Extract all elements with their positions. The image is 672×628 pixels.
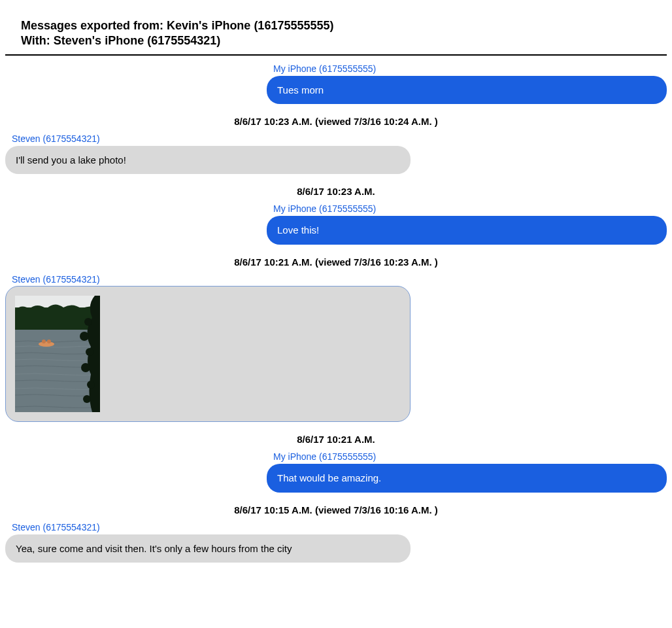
message-block: Steven (6175554321) Yea, sure come and v… [5,522,667,563]
header-line-with: With: Steven's iPhone (6175554321) [21,33,651,48]
message-bubble-incoming: I'll send you a lake photo! [5,146,411,175]
svg-point-4 [42,340,46,343]
svg-point-10 [87,381,95,389]
lake-photo-icon [15,296,100,412]
sender-label: My iPhone (6175555555) [273,63,667,75]
svg-point-3 [39,341,54,347]
svg-point-9 [81,363,90,372]
message-bubble-outgoing: Love this! [267,216,667,245]
timestamp: 8/6/17 10:21 A.M. [5,434,667,445]
sender-label: My iPhone (6175555555) [273,203,667,215]
message-block: Steven (6175554321) [5,274,667,423]
svg-point-8 [86,348,93,356]
message-bubble-incoming: Yea, sure come and visit then. It's only… [5,534,411,563]
message-list: My iPhone (6175555555) Tues morn 8/6/17 … [0,56,672,582]
message-block: My iPhone (6175555555) Tues morn [5,63,667,104]
svg-point-7 [80,332,89,341]
svg-point-11 [83,395,91,403]
header-line-from: Messages exported from: Kevin's iPhone (… [21,18,651,33]
timestamp: 8/6/17 10:23 A.M. (viewed 7/3/16 10:24 A… [5,116,667,127]
timestamp: 8/6/17 10:23 A.M. [5,186,667,197]
message-block: My iPhone (6175555555) That would be ama… [5,451,667,492]
export-header: Messages exported from: Kevin's iPhone (… [5,0,667,56]
sender-label: Steven (6175554321) [12,274,667,285]
message-bubble-outgoing: Tues morn [267,76,667,105]
sender-label: Steven (6175554321) [12,522,667,533]
svg-point-5 [47,340,51,343]
sender-label: Steven (6175554321) [12,133,667,145]
sender-label: My iPhone (6175555555) [273,451,667,462]
message-block: My iPhone (6175555555) Love this! [5,203,667,244]
message-bubble-incoming-image [5,286,411,422]
message-bubble-outgoing: That would be amazing. [267,464,667,493]
message-block: Steven (6175554321) I'll send you a lake… [5,133,667,174]
timestamp: 8/6/17 10:21 A.M. (viewed 7/3/16 10:23 A… [5,256,667,268]
timestamp: 8/6/17 10:15 A.M. (viewed 7/3/16 10:16 A… [5,504,667,515]
svg-point-6 [84,318,92,326]
